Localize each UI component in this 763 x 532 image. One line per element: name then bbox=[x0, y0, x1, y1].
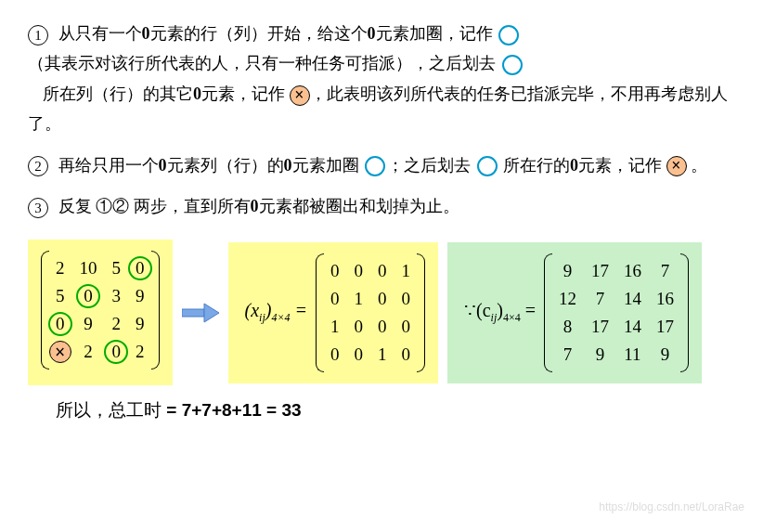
matrix-cell: 9 bbox=[72, 310, 105, 338]
matrix-cell: 0 bbox=[323, 341, 347, 369]
s2-f: ；之后划去 bbox=[387, 156, 471, 175]
matrix-cell: 11 bbox=[616, 341, 649, 369]
matrix-cell: 7 bbox=[649, 257, 681, 285]
s2-j: 。 bbox=[691, 156, 707, 175]
matrix-cell: 16 bbox=[616, 257, 649, 285]
matrices-row: 2105050390929202 (xij)4×4 = 000101001000… bbox=[28, 240, 735, 385]
matrix-cell: 8 bbox=[551, 313, 584, 341]
matrix-1-box: 2105050390929202 bbox=[28, 240, 173, 385]
matrix-cell: 9 bbox=[128, 282, 152, 310]
matrix-cell: 17 bbox=[584, 313, 616, 341]
matrix-cell: 5 bbox=[48, 282, 72, 310]
matrix-cell: 7 bbox=[584, 285, 616, 313]
s2-c: 元素列（行）的 bbox=[167, 156, 284, 175]
s1-l1c: 元素的行（列）开始，给这个 bbox=[150, 24, 368, 43]
s3-b: 0 bbox=[251, 197, 259, 215]
matrix-cell: 0 bbox=[394, 313, 419, 341]
result-label: 所以，总工时 bbox=[56, 400, 162, 420]
s2-e: 元素加圈 bbox=[292, 156, 359, 175]
matrix-1: 2105050390929202 bbox=[41, 251, 160, 370]
s1-l2a: （其表示对该行所代表的人，只有一种任务可指派），之后划去 bbox=[28, 54, 496, 72]
s1-l1d: 0 bbox=[368, 24, 376, 43]
m3-dim: 4×4 bbox=[503, 311, 521, 324]
matrix-cell: 9 bbox=[584, 341, 616, 369]
s2-g: 所在行的 bbox=[503, 156, 570, 175]
circle-icon bbox=[477, 156, 498, 176]
matrix-cell: 0 bbox=[394, 285, 419, 313]
matrix-cell: 17 bbox=[649, 313, 681, 341]
s1-l1e: 元素加圈，记作 bbox=[376, 24, 493, 43]
matrix-cell: 0 bbox=[48, 310, 72, 338]
matrix-cell: 12 bbox=[551, 285, 584, 313]
matrix-cell: 14 bbox=[616, 285, 649, 313]
matrix-cell: 14 bbox=[616, 313, 649, 341]
matrix-cell: 0 bbox=[347, 341, 371, 369]
s1-l3b: 0 bbox=[193, 84, 201, 103]
m3-eq: = bbox=[521, 300, 536, 320]
result-line: 所以，总工时 = 7+7+8+11 = 33 bbox=[28, 398, 735, 422]
matrix-cell: 5 bbox=[105, 254, 129, 282]
m3-suf: ) bbox=[497, 300, 503, 320]
matrix-cell: 0 bbox=[128, 254, 152, 282]
matrix-3: 9171671271416817141779119 bbox=[544, 253, 689, 372]
matrix-cell: 10 bbox=[72, 254, 105, 282]
step-2: 2 再给只用一个0元素列（行）的0元素加圈 ；之后划去 所在行的0元素，记作 。 bbox=[28, 150, 735, 180]
matrix-cell: 0 bbox=[347, 257, 371, 285]
s3-a: 反复 ①② 两步，直到所有 bbox=[58, 197, 251, 215]
matrix-cell: 17 bbox=[584, 257, 616, 285]
matrix-2-box: (xij)4×4 = 0001010010000010 bbox=[228, 242, 439, 383]
s2-d: 0 bbox=[284, 156, 292, 175]
m3-label: ∵(cij)4×4 = bbox=[464, 300, 540, 320]
circle-icon bbox=[498, 25, 519, 45]
m3-pre: ∵(c bbox=[464, 300, 491, 320]
matrix-cell: 9 bbox=[649, 341, 681, 369]
cross-icon bbox=[666, 156, 687, 176]
matrix-cell: 9 bbox=[128, 310, 152, 338]
circle-icon bbox=[365, 156, 385, 176]
matrix-cell: 0 bbox=[105, 338, 129, 366]
matrix-cell: 0 bbox=[370, 285, 394, 313]
m2-pre: (x bbox=[245, 300, 260, 320]
step-1: 1 从只有一个0元素的行（列）开始，给这个0元素加圈，记作 （其表示对该行所代表… bbox=[28, 19, 735, 139]
matrix-cell: 0 bbox=[323, 257, 347, 285]
matrix-cell: 1 bbox=[347, 285, 371, 313]
matrix-cell: 0 bbox=[323, 285, 347, 313]
matrix-cell: 2 bbox=[128, 338, 152, 366]
matrix-cell: 3 bbox=[105, 282, 129, 310]
matrix-cell: 2 bbox=[72, 338, 105, 366]
matrix-cell: 9 bbox=[551, 257, 584, 285]
circle-icon bbox=[502, 55, 523, 75]
step-3-num: 3 bbox=[28, 198, 48, 218]
matrix-3-box: ∵(cij)4×4 = 9171671271416817141779119 bbox=[447, 242, 702, 383]
s1-l3a: 所在列（行）的其它 bbox=[43, 84, 193, 103]
s1-l3-wrap: 所在列（行）的其它0元素，记作 ，此表明该列所代表的任务已指派完毕，不用再考虑别… bbox=[28, 84, 728, 133]
m2-eq: = bbox=[291, 300, 308, 320]
matrix-cell: 0 bbox=[347, 313, 371, 341]
step-1-num: 1 bbox=[28, 25, 48, 45]
m2-label: (xij)4×4 = bbox=[245, 300, 313, 320]
matrix-cell: 1 bbox=[370, 341, 394, 369]
matrix-cell: 0 bbox=[72, 282, 105, 310]
matrix-cell bbox=[48, 338, 72, 366]
s1-l1a: 从只有一个 bbox=[58, 24, 142, 43]
matrix-cell: 0 bbox=[370, 313, 394, 341]
svg-marker-1 bbox=[204, 304, 219, 322]
s2-h: 0 bbox=[570, 156, 578, 175]
matrix-cell: 0 bbox=[394, 341, 419, 369]
step-2-num: 2 bbox=[28, 156, 48, 176]
step-3: 3 反复 ①② 两步，直到所有0元素都被圈出和划掉为止。 bbox=[28, 191, 735, 221]
result-eq: = 7+7+8+11 = 33 bbox=[162, 400, 302, 420]
m2-dim: 4×4 bbox=[271, 311, 290, 324]
s2-b: 0 bbox=[159, 156, 167, 175]
svg-rect-0 bbox=[182, 309, 204, 317]
matrix-cell: 2 bbox=[48, 254, 72, 282]
s2-i: 元素，记作 bbox=[578, 156, 662, 175]
s1-l3c: 元素，记作 bbox=[201, 84, 285, 103]
matrix-cell: 1 bbox=[323, 313, 347, 341]
s3-c: 元素都被圈出和划掉为止。 bbox=[259, 197, 459, 215]
arrow-icon bbox=[182, 299, 219, 327]
m2-sub: ij bbox=[259, 311, 265, 324]
matrix-cell: 16 bbox=[649, 285, 681, 313]
matrix-cell: 7 bbox=[551, 341, 584, 369]
cross-icon bbox=[290, 85, 310, 106]
